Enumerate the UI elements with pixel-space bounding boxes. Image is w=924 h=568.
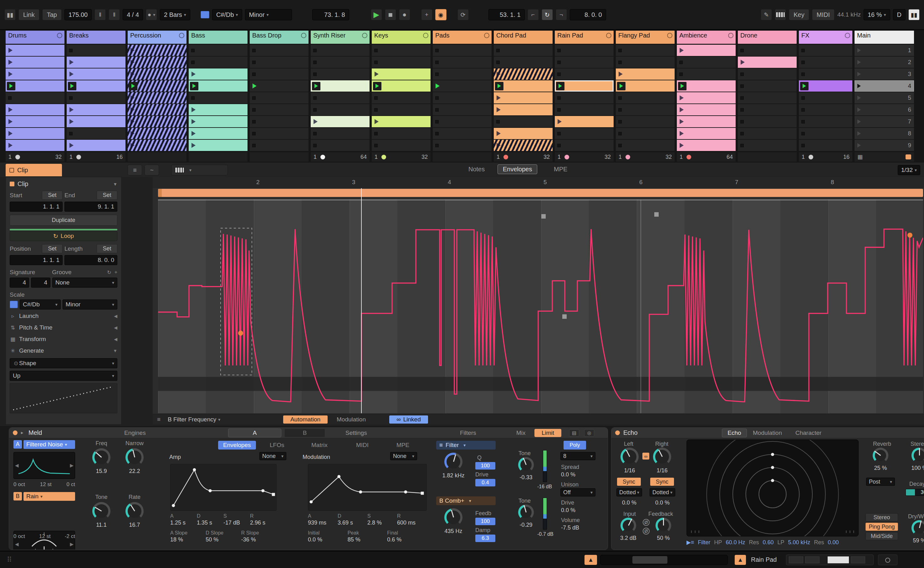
overview-widget[interactable]	[786, 554, 874, 565]
disk-overload-indicator[interactable]: D	[893, 9, 906, 20]
play-button[interactable]	[617, 82, 626, 90]
empty-clip-slot[interactable]	[616, 45, 675, 56]
envelope-grid[interactable]	[158, 199, 923, 413]
scrollbar-thumb[interactable]	[632, 556, 667, 563]
playing-clip[interactable]	[799, 80, 852, 92]
empty-clip-slot[interactable]	[799, 68, 852, 80]
freq-knob[interactable]	[92, 448, 111, 467]
clip[interactable]	[67, 140, 126, 151]
empty-clip-slot[interactable]	[433, 45, 492, 56]
track-header[interactable]: Keys	[372, 31, 430, 44]
hotswap-icon[interactable]: ▤	[569, 429, 579, 437]
empty-clip-slot[interactable]	[799, 45, 852, 56]
tab-lfos[interactable]: LFOs	[270, 441, 284, 450]
track-header[interactable]: Bass	[189, 31, 247, 44]
engine-b-tune[interactable]: 0 oct12 st-2 ct	[14, 533, 75, 539]
empty-clip-slot[interactable]	[555, 128, 613, 139]
clip[interactable]	[494, 140, 553, 151]
grid-size-menu[interactable]: 1/32▾	[898, 165, 920, 175]
empty-clip-slot[interactable]	[372, 92, 430, 103]
clip[interactable]	[189, 116, 247, 127]
empty-clip-slot[interactable]	[189, 57, 247, 68]
track-circle-icon[interactable]	[301, 33, 306, 38]
empty-clip-slot[interactable]	[250, 140, 309, 151]
empty-clip-slot[interactable]	[555, 140, 613, 151]
prev-icon[interactable]: ◀	[15, 463, 19, 468]
empty-clip-slot[interactable]	[433, 140, 492, 151]
empty-clip-slot[interactable]	[555, 104, 613, 115]
tab-notes[interactable]: Notes	[468, 166, 485, 173]
empty-clip-slot[interactable]	[799, 92, 852, 103]
empty-clip-slot[interactable]	[311, 57, 370, 68]
clip[interactable]	[6, 45, 64, 56]
right-sync-mode-menu[interactable]: Dotted▾	[650, 488, 675, 496]
computer-midi-keyboard-button[interactable]	[775, 9, 786, 20]
tab-envelopes[interactable]: Envelopes	[497, 165, 537, 174]
overdub-button[interactable]: +	[421, 9, 432, 20]
device-scrollbar[interactable]	[600, 555, 728, 565]
duplicate-button[interactable]: Duplicate	[10, 215, 117, 226]
clip[interactable]	[6, 104, 64, 115]
feedback-value[interactable]: 100	[475, 518, 495, 525]
play-button[interactable]	[312, 82, 320, 90]
track-header[interactable]: Breaks	[67, 31, 126, 44]
empty-clip-slot[interactable]	[311, 128, 370, 139]
next-icon[interactable]: ▶	[70, 463, 74, 468]
mod-env-values[interactable]: A939 ms D3.69 s S2.8 % R600 ms	[308, 513, 427, 526]
launch-panel-toggle[interactable]: ≡	[128, 165, 142, 175]
envelope-panel-toggle[interactable]: ~	[145, 165, 159, 175]
mode-ping-pong-button[interactable]: Ping Pong	[865, 523, 898, 531]
section-transform[interactable]: ▦ Transform ◀	[10, 334, 117, 344]
empty-clip-slot[interactable]	[311, 68, 370, 80]
shape-tool-menu[interactable]: ⊙ Shape ▾	[10, 358, 117, 368]
preset-icon[interactable]: ◎	[584, 429, 594, 437]
play-button[interactable]	[129, 82, 137, 90]
track-circle-icon[interactable]	[423, 33, 429, 38]
clip[interactable]	[677, 92, 736, 103]
punch-out-button[interactable]: ¬	[556, 9, 567, 20]
reverb-knob[interactable]	[872, 448, 888, 463]
time-signature-field[interactable]: 4 / 4	[123, 9, 143, 20]
empty-clip-slot[interactable]	[250, 128, 309, 139]
device-activator[interactable]	[615, 431, 620, 435]
scale-icon[interactable]	[10, 301, 18, 308]
playing-clip[interactable]	[677, 80, 736, 92]
empty-clip-slot[interactable]	[250, 57, 309, 68]
signature-numerator-field[interactable]: 4	[10, 278, 29, 288]
tap-tempo-button[interactable]: Tap	[42, 9, 62, 20]
tab-modulation[interactable]: Modulation	[753, 429, 782, 437]
dry-wet-knob[interactable]	[912, 520, 924, 536]
mode-mid-side-button[interactable]: Mid/Side	[865, 532, 898, 540]
empty-clip-slot[interactable]	[738, 45, 797, 56]
empty-clip-slot[interactable]	[250, 92, 309, 103]
track-circle-icon[interactable]	[484, 33, 489, 38]
filter-b-selector[interactable]: B Comb+▾	[436, 496, 495, 505]
empty-clip-slot[interactable]	[738, 128, 797, 139]
record-button[interactable]: ●	[399, 9, 410, 20]
empty-clip-slot[interactable]	[616, 92, 675, 103]
mod-env-slopes[interactable]: Initial0.0 % Peak85 % Final0.6 %	[308, 530, 427, 543]
tab-engine-a[interactable]: A	[228, 429, 281, 437]
empty-clip-slot[interactable]	[311, 92, 370, 103]
clip[interactable]	[128, 92, 186, 103]
right-offset-value[interactable]: 0.0 %	[655, 500, 670, 506]
play-button[interactable]	[190, 82, 198, 90]
empty-clip-slot[interactable]	[555, 57, 613, 68]
scene-slot[interactable]: 3	[854, 68, 914, 80]
tempo-field[interactable]: 175.00	[64, 9, 92, 20]
cpu-meter[interactable]: 16 %▾	[863, 9, 890, 20]
tab-mpe[interactable]: MPE	[397, 441, 409, 450]
clip-scale-name-menu[interactable]: Minor▾	[62, 299, 117, 310]
mod-target-menu[interactable]: None▾	[390, 452, 417, 460]
play-button[interactable]	[800, 82, 809, 90]
empty-clip-slot[interactable]	[372, 128, 430, 139]
left-delay-knob[interactable]	[621, 448, 639, 466]
spread-value[interactable]: 0.0 %	[561, 471, 576, 478]
clip[interactable]	[494, 128, 553, 139]
narrow-knob[interactable]	[126, 448, 144, 467]
right-delay-knob[interactable]	[653, 448, 671, 466]
track-header[interactable]: Chord Pad	[494, 31, 553, 44]
clip[interactable]	[555, 116, 613, 127]
device-chooser-icon[interactable]: ≡	[157, 415, 161, 424]
clip[interactable]	[6, 116, 64, 127]
